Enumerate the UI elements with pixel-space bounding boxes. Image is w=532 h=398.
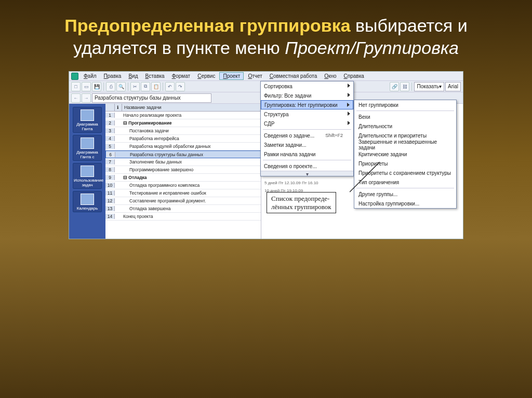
menu-help[interactable]: Справка — [341, 73, 367, 79]
fwd-button[interactable]: → — [82, 93, 91, 103]
task-row[interactable]: 1Начало реализации проекта — [105, 112, 261, 119]
open-button[interactable]: ▭ — [82, 82, 91, 91]
project-menu-item[interactable]: Сортировка — [261, 81, 353, 91]
submenu-arrow-icon — [348, 93, 350, 97]
submenu-arrow-icon — [348, 84, 350, 88]
paste-button[interactable]: 📋 — [151, 82, 161, 91]
project-menu-item[interactable]: Фильтр: Все задачи — [261, 91, 353, 100]
task-path-field[interactable]: Разработка структуры базы данных — [92, 93, 211, 103]
project-menu-item[interactable]: Заметки задачи... — [261, 140, 353, 149]
view-gantt[interactable]: Диаграмма Ганта — [73, 107, 102, 133]
callout-line-1: Список предопреде- — [271, 195, 331, 203]
project-menu-item[interactable]: Группировка: Нет группировки — [261, 100, 353, 109]
new-button[interactable]: □ — [71, 82, 81, 91]
task-name-cell[interactable]: Разработка интерфейса — [122, 136, 261, 141]
project-menu-item[interactable]: Структура — [261, 109, 353, 119]
task-name-cell[interactable]: ⊟ Отладка — [122, 175, 261, 180]
row-number: 3 — [105, 128, 115, 133]
menu-file[interactable]: Файл — [81, 73, 100, 79]
show-dropdown[interactable]: Показать ▾ — [414, 82, 444, 91]
grouping-option[interactable]: Вехи — [354, 112, 456, 121]
breadcrumb: Разработка структуры базы данных — [95, 95, 181, 101]
project-menu-item[interactable]: Сведения о проекте... — [261, 161, 353, 171]
font-dropdown[interactable]: Arial — [445, 82, 461, 91]
task-row[interactable]: 7Заполнение базы данных — [105, 158, 261, 166]
task-row[interactable]: 11Тестирование и исправление ошибок — [105, 189, 261, 197]
task-name-cell[interactable]: Тестирование и исправление ошибок — [122, 190, 261, 196]
row-number: 5 — [105, 144, 115, 149]
project-menu-item[interactable]: Рамки начала задачи — [261, 149, 353, 159]
app-icon — [71, 73, 78, 80]
task-name-cell[interactable]: Составление программной документ. — [122, 198, 261, 203]
col-indicator-header[interactable]: ℹ — [115, 104, 122, 111]
back-button[interactable]: ← — [71, 93, 81, 103]
gantt-icon — [81, 109, 94, 121]
task-name-cell[interactable]: Постановка задачи — [122, 128, 261, 133]
task-name-cell[interactable]: Разработка структуры базы данных — [123, 152, 260, 157]
col-name-header[interactable]: Название задачи — [122, 104, 261, 111]
menu-view[interactable]: Вид — [125, 73, 141, 79]
menu-bar: Файл Правка Вид Вставка Формат Сервис Пр… — [69, 72, 463, 81]
callout-line-2: лённых группировок — [271, 203, 331, 211]
task-name-cell[interactable]: Отладка завершена — [122, 206, 261, 211]
grouping-option[interactable]: Завершенные и незавершенные задачи — [354, 140, 456, 149]
menu-project[interactable]: Проект — [219, 72, 244, 80]
task-name-cell[interactable]: ⊟ Программирование — [122, 120, 261, 126]
task-name-cell[interactable]: Конец проекта — [122, 214, 261, 219]
task-name-cell[interactable]: Программирование завершено — [122, 167, 261, 172]
view-task-usage[interactable]: Использование задач — [73, 163, 102, 189]
sheet-header: ℹ Название задачи — [105, 104, 261, 112]
task-name-cell[interactable]: Отладка программного комплекса — [122, 183, 261, 188]
menu-format[interactable]: Формат — [169, 73, 194, 79]
grouping-option[interactable]: Настройка группировки... — [354, 199, 456, 208]
task-name-cell[interactable]: Начало реализации проекта — [122, 113, 261, 118]
row-number: 14 — [105, 214, 115, 219]
cut-button[interactable]: ✂ — [130, 82, 140, 91]
task-row[interactable]: 6Разработка структуры базы данных — [105, 150, 261, 158]
unlink-button[interactable]: ⛓ — [400, 82, 409, 91]
link-button[interactable]: 🔗 — [390, 82, 399, 91]
print-button[interactable]: ⎙ — [106, 82, 115, 91]
row-number: 4 — [105, 136, 115, 141]
menu-collab[interactable]: Совместная работа — [267, 73, 321, 79]
project-menu-item[interactable]: Сведения о задаче...Shift+F2 — [261, 131, 353, 140]
row-number: 8 — [105, 167, 115, 172]
task-row[interactable]: 12Составление программной документ. — [105, 197, 261, 205]
view-calendar[interactable]: Календарь — [73, 191, 102, 212]
task-row[interactable]: 10Отладка программного комплекса — [105, 182, 261, 189]
calendar-icon — [81, 194, 94, 205]
view-gantt-tracking[interactable]: Диаграмма Ганта с — [73, 135, 102, 161]
menu-service[interactable]: Сервис — [194, 73, 218, 79]
menu-window[interactable]: Окно — [321, 73, 339, 79]
grouping-option[interactable]: Нет группировки — [354, 100, 456, 109]
task-row[interactable]: 8Программирование завершено — [105, 166, 261, 174]
usage-icon — [81, 166, 94, 177]
task-row[interactable]: 13Отладка завершена — [105, 205, 261, 213]
grouping-option[interactable]: Длительности — [354, 121, 456, 131]
menu-report[interactable]: Отчет — [245, 73, 265, 79]
menu-edit[interactable]: Правка — [101, 73, 125, 79]
undo-button[interactable]: ↶ — [165, 82, 175, 91]
task-name-cell[interactable]: Разработка модулей обработки данных — [122, 144, 261, 149]
task-name-cell[interactable]: Заполнение базы данных — [122, 159, 261, 164]
grouping-option[interactable]: Критические задачи — [354, 149, 456, 159]
row-number: 13 — [105, 206, 115, 211]
copy-button[interactable]: ⧉ — [141, 82, 150, 91]
save-button[interactable]: 💾 — [92, 82, 101, 91]
menu-insert[interactable]: Вставка — [142, 73, 167, 79]
task-row[interactable]: 4Разработка интерфейса — [105, 135, 261, 143]
preview-button[interactable]: 🔍 — [116, 82, 126, 91]
task-row[interactable]: 2⊟ Программирование — [105, 119, 261, 127]
col-num-header[interactable] — [105, 104, 115, 111]
row-number: 10 — [105, 183, 115, 188]
submenu-arrow-icon — [348, 121, 350, 125]
task-row[interactable]: 3Постановка задачи — [105, 127, 261, 135]
task-row[interactable]: 5Разработка модулей обработки данных — [105, 143, 261, 150]
gantt-tracking-icon — [81, 138, 94, 149]
redo-button[interactable]: ↷ — [176, 82, 185, 91]
task-row[interactable]: 9⊟ Отладка — [105, 174, 261, 182]
project-menu-item[interactable]: СДР — [261, 119, 353, 128]
task-row[interactable]: 14Конец проекта — [105, 213, 261, 221]
project-dropdown: СортировкаФильтр: Все задачиГруппировка:… — [260, 81, 354, 176]
svg-line-0 — [350, 162, 380, 192]
